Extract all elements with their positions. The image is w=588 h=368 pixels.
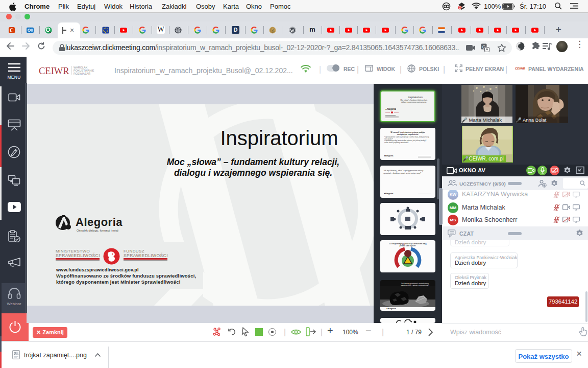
svg-text:B: B xyxy=(272,28,274,33)
svg-text:2: 2 xyxy=(459,6,461,9)
